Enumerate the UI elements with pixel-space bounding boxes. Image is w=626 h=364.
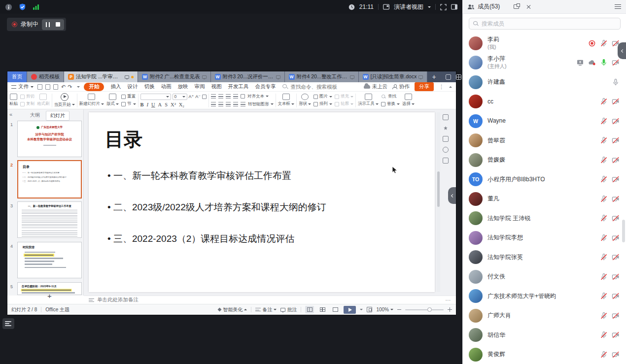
mic-muted-icon[interactable]	[600, 312, 608, 320]
cut-button[interactable]: 剪切	[20, 94, 35, 99]
fill-button[interactable]: 填充	[335, 94, 353, 99]
zoom-level[interactable]: 100%	[376, 307, 393, 312]
menu-hamburger-icon[interactable]	[615, 4, 621, 9]
document-tab[interactable]: P法知学院 ...学审核评估	[64, 71, 138, 82]
slide-thumbnail-4[interactable]: 时间安排	[17, 242, 82, 278]
picture-button[interactable]: 图片	[313, 94, 332, 99]
reading-view-button[interactable]	[331, 306, 340, 313]
copy-button[interactable]: 复制	[20, 101, 35, 107]
camera-muted-icon[interactable]	[612, 98, 620, 105]
text-direction-icon[interactable]	[241, 94, 245, 99]
mic-muted-icon[interactable]	[600, 292, 608, 300]
mic-muted-icon[interactable]	[600, 273, 608, 281]
new-slide-button[interactable]: 新建幻灯片	[79, 94, 104, 107]
camera-muted-icon[interactable]	[612, 214, 620, 222]
ribbon-tab[interactable]: 放映	[177, 83, 188, 90]
indent-icon[interactable]	[233, 94, 238, 99]
network-signal-icon[interactable]	[33, 3, 39, 10]
camera-muted-icon[interactable]	[612, 136, 620, 144]
slide-thumbnail-1[interactable]: 广东技术师范大学 法学与知识产权学院 本科教育教学审核评估启动会议	[17, 121, 82, 157]
mic-muted-icon[interactable]	[600, 195, 608, 203]
zoom-slider[interactable]	[405, 309, 444, 310]
help-tool-icon[interactable]	[443, 147, 449, 153]
scrollbar-thumb[interactable]	[437, 171, 440, 207]
collapse-ribbon-icon[interactable]	[449, 85, 452, 88]
member-list-scrollbar[interactable]	[622, 220, 625, 242]
member-row[interactable]: WWayne	[463, 111, 626, 131]
mic-muted-icon[interactable]	[600, 98, 608, 105]
member-search[interactable]	[469, 18, 621, 30]
format-button[interactable]: I	[147, 102, 149, 107]
format-painter-button[interactable]: 格式刷	[37, 94, 50, 107]
popout-panel-icon[interactable]	[514, 4, 519, 9]
comments-button[interactable]: 批注	[280, 306, 297, 313]
camera-muted-icon[interactable]	[612, 117, 620, 125]
favorites-icon[interactable]	[443, 125, 449, 131]
camera-muted-icon[interactable]	[612, 292, 620, 300]
member-row[interactable]: 董凡	[463, 189, 626, 209]
ribbon-tab[interactable]: 会员专享	[255, 83, 276, 90]
ribbon-tab[interactable]: 视图	[211, 83, 221, 90]
collapse-sidebar-tab[interactable]	[448, 187, 456, 204]
camera-muted-icon[interactable]	[612, 253, 620, 261]
workspace-grid-icon[interactable]	[456, 74, 461, 80]
smart-beautify-button[interactable]: 智能美化	[218, 306, 247, 313]
slide-thumbnail-3[interactable]: 一、新一轮教育教学审核评估工作布置	[17, 201, 82, 238]
paste-button[interactable]: 粘贴	[9, 94, 18, 107]
document-tab[interactable]: W附件4 20...整改工作报告	[285, 71, 359, 82]
camera-muted-icon[interactable]	[612, 234, 620, 242]
ribbon-tab[interactable]: 审阅	[194, 83, 205, 90]
stop-recording-button[interactable]	[56, 22, 60, 27]
notes-more-icon[interactable]: ⋯	[446, 297, 452, 303]
mic-muted-icon[interactable]	[600, 214, 608, 222]
increase-font-icon[interactable]: A⁺	[189, 94, 194, 99]
format-button[interactable]: S	[165, 102, 168, 107]
new-document-tab-button[interactable]: +	[427, 71, 440, 82]
mic-muted-icon[interactable]	[600, 39, 608, 47]
camera-muted-icon[interactable]	[612, 273, 620, 281]
command-search[interactable]	[282, 84, 349, 90]
member-search-input[interactable]	[482, 21, 605, 27]
mic-muted-icon[interactable]	[600, 156, 608, 164]
member-row[interactable]: TO小程序用户BI8b3HTO	[463, 170, 626, 190]
mic-muted-icon[interactable]	[600, 136, 608, 144]
justify-icon[interactable]	[233, 102, 238, 106]
camera-muted-icon[interactable]	[612, 351, 620, 359]
mic-muted-icon[interactable]	[600, 234, 608, 242]
output-icon[interactable]	[45, 84, 50, 90]
mic-on-icon[interactable]	[600, 59, 608, 66]
normal-view-button[interactable]	[305, 306, 314, 313]
add-slide-button[interactable]: +	[17, 292, 82, 300]
member-row[interactable]: 法知学院李想	[463, 228, 626, 248]
find-button[interactable]: 查找	[381, 94, 400, 99]
align-center-icon[interactable]	[218, 102, 223, 106]
format-button[interactable]: A	[158, 102, 162, 107]
align-left-icon[interactable]	[211, 102, 216, 106]
notes-bar[interactable]: 单击此处添加备注 ⋯	[84, 296, 456, 304]
view-mode-selector[interactable]: 演讲者视图	[394, 3, 423, 11]
fit-slide-icon[interactable]	[367, 307, 372, 312]
decrease-font-icon[interactable]: A⁻	[195, 94, 201, 99]
outline-button[interactable]: 轮廓	[335, 101, 353, 107]
sidebar-toggle-icon[interactable]	[451, 4, 457, 10]
font-size-select[interactable]: 0	[173, 94, 187, 100]
undo-redo-icons[interactable]: ↶↷	[61, 84, 74, 90]
member-row[interactable]: 广东技术师范大学+管晓昀	[463, 287, 626, 306]
save-icon[interactable]	[37, 84, 42, 90]
arrange-button[interactable]: 排列	[313, 101, 332, 107]
camera-muted-icon[interactable]	[612, 312, 620, 320]
zoom-slider-thumb[interactable]	[427, 307, 432, 312]
info-icon[interactable]	[5, 3, 12, 11]
member-row[interactable]: 广师大肖	[463, 306, 626, 326]
print-icon[interactable]	[53, 84, 58, 90]
presentation-tools-button[interactable]: 演示工具	[358, 94, 379, 107]
align-text-button[interactable]: 对齐文本	[247, 94, 269, 99]
ribbon-tab[interactable]: 动画	[161, 83, 171, 90]
camera-muted-icon[interactable]	[612, 195, 620, 203]
member-row[interactable]: 李小萍(主持人)	[463, 53, 626, 73]
member-row[interactable]: 李莉(我)	[463, 33, 626, 53]
camera-muted-icon[interactable]	[612, 175, 620, 183]
section-button[interactable]: 节	[121, 101, 136, 107]
notes-toggle-button[interactable]: 备注	[255, 306, 277, 313]
camera-muted-icon[interactable]	[612, 156, 620, 164]
